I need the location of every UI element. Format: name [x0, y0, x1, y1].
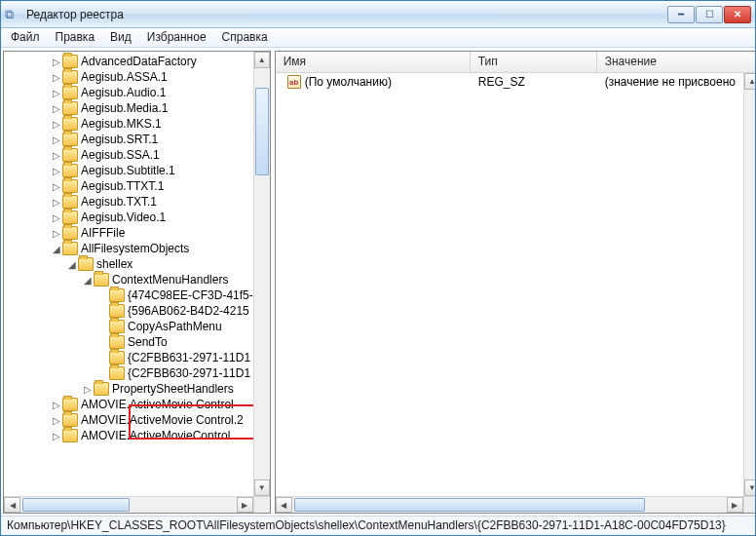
folder-icon [62, 195, 78, 209]
expand-icon[interactable]: ▷ [51, 103, 62, 114]
tree-item[interactable]: ▷Aegisub.Media.1 [4, 100, 253, 116]
registry-tree[interactable]: ▷AdvancedDataFactory▷Aegisub.ASSA.1▷Aegi… [4, 52, 253, 496]
tree-item[interactable]: ▷Aegisub.ASSA.1 [4, 69, 253, 85]
tree-item[interactable]: ▷Aegisub.Audio.1 [4, 85, 253, 100]
menu-help[interactable]: Справка [214, 28, 276, 47]
tree-vscroll[interactable]: ▲ ▼ [253, 52, 270, 496]
tree-item-label: AdvancedDataFactory [81, 55, 197, 68]
tree-item-label: Aegisub.TTXT.1 [81, 179, 164, 193]
expand-icon[interactable]: ▷ [51, 415, 62, 426]
tree-item[interactable]: ◢AllFilesystemObjects [4, 241, 253, 256]
expand-icon[interactable]: ▷ [51, 400, 62, 410]
expand-icon[interactable]: ◢ [66, 259, 78, 270]
tree-item[interactable]: {C2FBB631-2971-11D1 [4, 350, 253, 365]
folder-icon [109, 351, 125, 364]
menu-edit[interactable]: Правка [48, 28, 103, 47]
expand-icon[interactable]: ▷ [51, 431, 62, 441]
scroll-thumb[interactable] [294, 498, 645, 512]
col-value[interactable]: Значение [597, 52, 756, 72]
scroll-up-button[interactable]: ▲ [254, 52, 270, 68]
menu-view[interactable]: Вид [102, 28, 139, 47]
scroll-right-button[interactable]: ▶ [237, 497, 253, 513]
expand-icon[interactable]: ◢ [82, 275, 94, 286]
expand-icon[interactable]: ▷ [51, 88, 62, 98]
folder-icon [62, 70, 78, 84]
app-icon: ⧉ [5, 7, 20, 22]
tree-item[interactable]: ▷Aegisub.SSA.1 [4, 147, 253, 163]
tree-hscroll[interactable]: ◀ ▶ [4, 496, 270, 513]
expand-icon[interactable]: ▷ [51, 166, 62, 176]
expand-icon[interactable]: ▷ [51, 212, 62, 223]
menu-file[interactable]: Файл [3, 28, 48, 47]
tree-item[interactable]: {596AB062-B4D2-4215 [4, 303, 253, 319]
tree-item[interactable]: ▷PropertySheetHandlers [4, 381, 253, 397]
expand-icon[interactable]: ◢ [51, 244, 62, 254]
tree-item[interactable]: ◢ContextMenuHandlers [4, 272, 253, 287]
tree-item[interactable]: ▷AIFFFile [4, 225, 253, 241]
scroll-thumb[interactable] [255, 88, 269, 175]
tree-item-label: {C2FBB631-2971-11D1 [128, 351, 250, 364]
tree-item-label: AMOVIE.ActiveMovieControl [81, 429, 230, 442]
tree-item[interactable]: SendTo [4, 334, 253, 350]
tree-item[interactable]: ▷AMOVIE.ActiveMovie Control [4, 397, 253, 412]
folder-icon [62, 226, 78, 240]
tree-item[interactable]: ▷Aegisub.MKS.1 [4, 116, 253, 132]
window-title: Редактор реестра [26, 8, 667, 21]
tree-item[interactable]: ▷AMOVIE.ActiveMovieControl [4, 428, 253, 443]
folder-icon [62, 179, 78, 193]
scroll-down-button[interactable]: ▼ [254, 479, 270, 496]
menu-favorites[interactable]: Избранное [139, 28, 214, 47]
tree-pane: ▷AdvancedDataFactory▷Aegisub.ASSA.1▷Aegi… [3, 51, 271, 514]
close-button[interactable]: ✕ [724, 6, 751, 23]
expand-icon[interactable]: ▷ [51, 134, 62, 145]
tree-item-label: shellex [96, 257, 132, 271]
tree-item[interactable]: ▷AMOVIE.ActiveMovie Control.2 [4, 412, 253, 428]
tree-item-label: Aegisub.MKS.1 [81, 117, 162, 131]
tree-item[interactable]: ▷Aegisub.TXT.1 [4, 194, 253, 210]
value-list[interactable]: ab(По умолчанию)REG_SZ(значение не присв… [276, 73, 743, 496]
tree-item[interactable]: ▷Aegisub.TTXT.1 [4, 178, 253, 194]
list-row[interactable]: ab(По умолчанию)REG_SZ(значение не присв… [276, 73, 743, 91]
tree-item-label: Aegisub.Media.1 [81, 101, 168, 115]
tree-item[interactable]: ▷Aegisub.Subtitle.1 [4, 163, 253, 178]
tree-item-label: Aegisub.TXT.1 [81, 195, 157, 209]
scroll-right-button[interactable]: ▶ [727, 497, 743, 513]
expand-icon[interactable]: ▷ [51, 181, 62, 192]
folder-icon [62, 148, 78, 162]
expand-icon[interactable]: ▷ [51, 150, 62, 161]
folder-icon [109, 320, 125, 333]
minimize-button[interactable]: ━ [667, 6, 695, 23]
list-hscroll[interactable]: ◀ ▶ [276, 496, 756, 513]
maximize-button[interactable]: ☐ [696, 6, 723, 23]
scroll-left-button[interactable]: ◀ [4, 497, 20, 513]
tree-item[interactable]: ◢shellex [4, 256, 253, 272]
tree-item-label: AllFilesystemObjects [81, 242, 189, 255]
scroll-thumb[interactable] [22, 498, 130, 512]
value-name: (По умолчанию) [305, 75, 392, 89]
tree-item-label: Aegisub.Subtitle.1 [81, 164, 175, 177]
scroll-up-button[interactable]: ▲ [744, 73, 756, 90]
expand-icon[interactable]: ▷ [51, 72, 62, 83]
tree-item[interactable]: {C2FBB630-2971-11D1 [4, 365, 253, 381]
tree-item[interactable]: {474C98EE-CF3D-41f5- [4, 287, 253, 303]
expand-icon[interactable]: ▷ [51, 119, 62, 130]
expand-icon[interactable]: ▷ [51, 197, 62, 208]
tree-item-label: PropertySheetHandlers [112, 382, 234, 396]
expand-icon[interactable]: ▷ [82, 384, 94, 395]
string-value-icon: ab [287, 75, 301, 89]
list-pane: Имя Тип Значение ab(По умолчанию)REG_SZ(… [275, 51, 756, 514]
tree-item-label: {C2FBB630-2971-11D1 [128, 366, 250, 380]
col-name[interactable]: Имя [276, 52, 471, 72]
tree-item-label: {474C98EE-CF3D-41f5- [128, 288, 253, 302]
expand-icon[interactable]: ▷ [51, 57, 62, 67]
col-type[interactable]: Тип [471, 52, 597, 72]
list-vscroll[interactable]: ▲ ▼ [743, 73, 756, 496]
tree-item-label: Aegisub.SRT.1 [81, 133, 158, 146]
scroll-down-button[interactable]: ▼ [744, 479, 756, 496]
tree-item[interactable]: ▷Aegisub.Video.1 [4, 210, 253, 225]
scroll-left-button[interactable]: ◀ [276, 497, 292, 513]
tree-item[interactable]: ▷Aegisub.SRT.1 [4, 132, 253, 147]
tree-item[interactable]: CopyAsPathMenu [4, 319, 253, 334]
expand-icon[interactable]: ▷ [51, 228, 62, 239]
tree-item[interactable]: ▷AdvancedDataFactory [4, 54, 253, 69]
